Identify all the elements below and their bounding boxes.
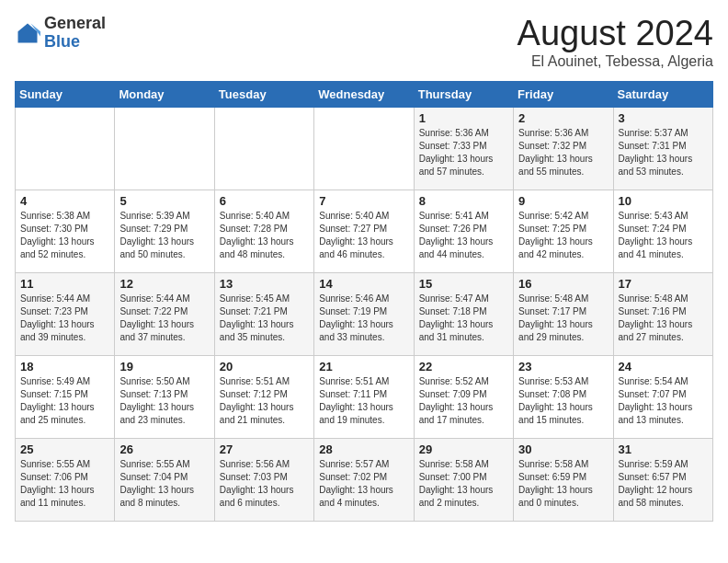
title-area: August 2024 El Aouinet, Tebessa, Algeria (518, 15, 713, 70)
weekday-header-saturday: Saturday (613, 81, 712, 107)
day-number: 30 (518, 442, 608, 456)
day-info: Sunrise: 5:50 AMSunset: 7:13 PMDaylight:… (119, 375, 209, 427)
location-title: El Aouinet, Tebessa, Algeria (518, 53, 713, 70)
day-number: 27 (220, 442, 309, 456)
day-number: 29 (419, 442, 508, 456)
day-info: Sunrise: 5:48 AMSunset: 7:17 PMDaylight:… (518, 293, 608, 344)
day-info: Sunrise: 5:54 AMSunset: 7:07 PMDaylight:… (619, 375, 708, 427)
calendar-cell: 18Sunrise: 5:49 AMSunset: 7:15 PMDayligh… (16, 355, 115, 438)
calendar-cell: 15Sunrise: 5:47 AMSunset: 7:18 PMDayligh… (414, 272, 513, 355)
day-info: Sunrise: 5:56 AMSunset: 7:03 PMDaylight:… (220, 458, 309, 510)
day-info: Sunrise: 5:43 AMSunset: 7:24 PMDaylight:… (619, 210, 708, 261)
calendar-cell: 4Sunrise: 5:38 AMSunset: 7:30 PMDaylight… (16, 190, 115, 272)
calendar-cell: 25Sunrise: 5:55 AMSunset: 7:06 PMDayligh… (16, 438, 115, 521)
calendar-cell: 27Sunrise: 5:56 AMSunset: 7:03 PMDayligh… (214, 438, 313, 521)
calendar-cell (314, 107, 414, 190)
day-number: 12 (119, 277, 209, 291)
calendar-cell: 10Sunrise: 5:43 AMSunset: 7:24 PMDayligh… (613, 190, 712, 272)
day-number: 5 (119, 194, 209, 208)
week-row-1: 1Sunrise: 5:36 AMSunset: 7:33 PMDaylight… (16, 107, 713, 190)
day-info: Sunrise: 5:39 AMSunset: 7:29 PMDaylight:… (119, 210, 209, 261)
day-number: 16 (518, 277, 608, 291)
day-number: 4 (20, 194, 109, 208)
day-number: 10 (619, 194, 708, 208)
logo-general-text: General (44, 14, 106, 32)
day-number: 26 (119, 442, 209, 456)
calendar-cell (115, 107, 214, 190)
day-info: Sunrise: 5:47 AMSunset: 7:18 PMDaylight:… (419, 293, 508, 344)
day-number: 24 (619, 360, 708, 373)
logo: General Blue (15, 15, 106, 52)
day-info: Sunrise: 5:44 AMSunset: 7:22 PMDaylight:… (119, 293, 209, 344)
day-info: Sunrise: 5:48 AMSunset: 7:16 PMDaylight:… (619, 293, 708, 344)
calendar-cell: 21Sunrise: 5:51 AMSunset: 7:11 PMDayligh… (314, 355, 414, 438)
calendar-cell: 20Sunrise: 5:51 AMSunset: 7:12 PMDayligh… (214, 355, 313, 438)
weekday-header-row: SundayMondayTuesdayWednesdayThursdayFrid… (16, 81, 713, 107)
calendar-cell: 30Sunrise: 5:58 AMSunset: 6:59 PMDayligh… (514, 438, 613, 521)
day-number: 19 (119, 360, 209, 373)
calendar-cell: 12Sunrise: 5:44 AMSunset: 7:22 PMDayligh… (115, 272, 214, 355)
day-number: 17 (619, 277, 708, 291)
header: General Blue August 2024 El Aouinet, Teb… (15, 15, 713, 70)
day-number: 22 (419, 360, 508, 373)
logo-blue-text: Blue (44, 32, 80, 51)
calendar-cell: 19Sunrise: 5:50 AMSunset: 7:13 PMDayligh… (115, 355, 214, 438)
day-number: 11 (20, 277, 109, 291)
day-info: Sunrise: 5:51 AMSunset: 7:11 PMDaylight:… (319, 375, 408, 427)
day-info: Sunrise: 5:40 AMSunset: 7:28 PMDaylight:… (220, 210, 309, 261)
day-number: 23 (518, 360, 608, 373)
day-info: Sunrise: 5:57 AMSunset: 7:02 PMDaylight:… (319, 458, 408, 510)
calendar-cell: 31Sunrise: 5:59 AMSunset: 6:57 PMDayligh… (613, 438, 712, 521)
day-number: 20 (220, 360, 309, 373)
weekday-header-thursday: Thursday (414, 81, 513, 107)
calendar-cell: 2Sunrise: 5:36 AMSunset: 7:32 PMDaylight… (514, 107, 613, 190)
day-info: Sunrise: 5:49 AMSunset: 7:15 PMDaylight:… (20, 375, 109, 427)
day-info: Sunrise: 5:42 AMSunset: 7:25 PMDaylight:… (518, 210, 608, 261)
day-number: 3 (619, 111, 708, 125)
calendar-cell: 16Sunrise: 5:48 AMSunset: 7:17 PMDayligh… (514, 272, 613, 355)
calendar-cell (214, 107, 313, 190)
day-info: Sunrise: 5:55 AMSunset: 7:06 PMDaylight:… (20, 458, 109, 510)
calendar-cell: 8Sunrise: 5:41 AMSunset: 7:26 PMDaylight… (414, 190, 513, 272)
day-info: Sunrise: 5:38 AMSunset: 7:30 PMDaylight:… (20, 210, 109, 261)
day-number: 15 (419, 277, 508, 291)
calendar-cell: 1Sunrise: 5:36 AMSunset: 7:33 PMDaylight… (414, 107, 513, 190)
calendar-cell: 13Sunrise: 5:45 AMSunset: 7:21 PMDayligh… (214, 272, 313, 355)
day-number: 7 (319, 194, 408, 208)
weekday-header-friday: Friday (514, 81, 613, 107)
calendar-cell: 29Sunrise: 5:58 AMSunset: 7:00 PMDayligh… (414, 438, 513, 521)
day-number: 13 (220, 277, 309, 291)
day-number: 2 (518, 111, 608, 125)
day-info: Sunrise: 5:58 AMSunset: 7:00 PMDaylight:… (419, 458, 508, 510)
calendar-cell: 11Sunrise: 5:44 AMSunset: 7:23 PMDayligh… (16, 272, 115, 355)
day-info: Sunrise: 5:36 AMSunset: 7:33 PMDaylight:… (419, 127, 508, 178)
calendar-cell: 3Sunrise: 5:37 AMSunset: 7:31 PMDaylight… (613, 107, 712, 190)
day-number: 31 (619, 442, 708, 456)
calendar-cell: 7Sunrise: 5:40 AMSunset: 7:27 PMDaylight… (314, 190, 414, 272)
weekday-header-sunday: Sunday (16, 81, 115, 107)
day-number: 8 (419, 194, 508, 208)
day-info: Sunrise: 5:53 AMSunset: 7:08 PMDaylight:… (518, 375, 608, 427)
weekday-header-wednesday: Wednesday (314, 81, 414, 107)
day-info: Sunrise: 5:44 AMSunset: 7:23 PMDaylight:… (20, 293, 109, 344)
calendar-cell: 5Sunrise: 5:39 AMSunset: 7:29 PMDaylight… (115, 190, 214, 272)
week-row-2: 4Sunrise: 5:38 AMSunset: 7:30 PMDaylight… (16, 190, 713, 272)
calendar-cell: 14Sunrise: 5:46 AMSunset: 7:19 PMDayligh… (314, 272, 414, 355)
day-info: Sunrise: 5:37 AMSunset: 7:31 PMDaylight:… (619, 127, 708, 178)
week-row-3: 11Sunrise: 5:44 AMSunset: 7:23 PMDayligh… (16, 272, 713, 355)
svg-marker-0 (18, 23, 38, 42)
calendar-cell: 6Sunrise: 5:40 AMSunset: 7:28 PMDaylight… (214, 190, 313, 272)
day-info: Sunrise: 5:40 AMSunset: 7:27 PMDaylight:… (319, 210, 408, 261)
day-number: 21 (319, 360, 408, 373)
day-number: 6 (220, 194, 309, 208)
calendar-cell: 24Sunrise: 5:54 AMSunset: 7:07 PMDayligh… (613, 355, 712, 438)
day-info: Sunrise: 5:52 AMSunset: 7:09 PMDaylight:… (419, 375, 508, 427)
weekday-header-tuesday: Tuesday (214, 81, 313, 107)
day-info: Sunrise: 5:41 AMSunset: 7:26 PMDaylight:… (419, 210, 508, 261)
weekday-header-monday: Monday (115, 81, 214, 107)
day-number: 25 (20, 442, 109, 456)
logo-text: General Blue (44, 15, 106, 52)
calendar-cell (16, 107, 115, 190)
day-info: Sunrise: 5:51 AMSunset: 7:12 PMDaylight:… (220, 375, 309, 427)
calendar-cell: 17Sunrise: 5:48 AMSunset: 7:16 PMDayligh… (613, 272, 712, 355)
